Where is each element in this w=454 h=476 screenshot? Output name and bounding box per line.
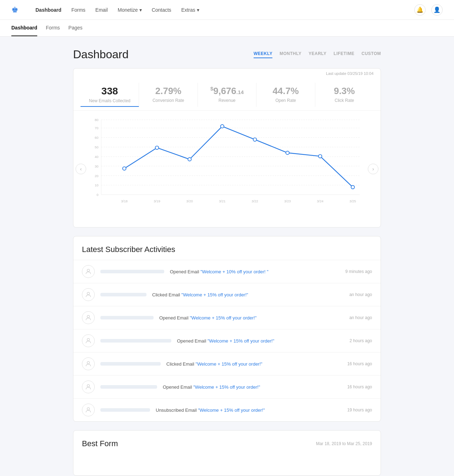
activity-desc: Clicked Email "Welcome + 15% off your or… [166, 361, 342, 367]
activity-time: 16 hours ago [347, 384, 372, 389]
stats-chart-card: Last update 03/25/19 10:04 338 New Email… [73, 68, 381, 228]
activity-time: 16 hours ago [347, 361, 372, 366]
svg-text:3/20: 3/20 [186, 199, 193, 203]
svg-text:3/25: 3/25 [349, 199, 356, 203]
period-lifetime[interactable]: LIFETIME [334, 51, 355, 58]
stat-revenue[interactable]: $9,676.14 Revenue [198, 83, 256, 107]
period-weekly[interactable]: WEEKLY [254, 51, 272, 58]
chart-point [286, 151, 289, 155]
nav-contacts[interactable]: Contacts [152, 7, 171, 13]
email-link[interactable]: "Welcome + 10% off your order! " [200, 269, 268, 274]
email-link[interactable]: "Welcome + 15% off your order!" [207, 338, 274, 344]
stat-revenue-label: Revenue [204, 98, 250, 103]
chart-area: ‹ › 0 10 20 30 40 50 [73, 111, 381, 227]
stat-click-rate-value: 9.3% [321, 86, 368, 97]
activity-time: 2 hours ago [350, 338, 372, 343]
user-avatar[interactable]: 👤 [431, 4, 443, 16]
period-custom[interactable]: CUSTOM [361, 51, 381, 58]
svg-text:3/18: 3/18 [121, 199, 128, 203]
best-form-dates: Mar 18, 2019 to Mar 25, 2019 [316, 441, 372, 446]
svg-point-31 [87, 362, 90, 364]
stat-open-rate-value: 44.7% [262, 86, 309, 97]
stat-conversion-value: 2.79% [145, 86, 192, 97]
activity-desc: Unsubscribed Email "Welcome + 15% off yo… [156, 407, 342, 413]
activity-desc: Opened Email "Welcome + 10% off your ord… [170, 269, 340, 274]
activity-row: Opened Email "Welcome + 15% off your ord… [73, 329, 381, 352]
stats-row: 338 New Emails Collected 2.79% Conversio… [73, 76, 381, 111]
subscriber-name-blur [100, 362, 161, 366]
svg-text:50: 50 [95, 145, 99, 149]
activity-row: Clicked Email "Welcome + 15% off your or… [73, 352, 381, 375]
svg-text:3/23: 3/23 [284, 199, 291, 203]
subscriber-name-blur [100, 270, 164, 273]
email-link[interactable]: "Welcome + 15% off your order!" [190, 315, 256, 321]
svg-text:30: 30 [95, 164, 99, 168]
subscriber-name-blur [100, 339, 171, 343]
stat-emails[interactable]: 338 New Emails Collected [81, 83, 139, 107]
svg-text:3/22: 3/22 [251, 199, 258, 203]
tab-forms[interactable]: Forms [46, 20, 60, 36]
stat-click-rate-label: Click Rate [321, 98, 368, 103]
avatar [82, 311, 95, 324]
period-monthly[interactable]: MONTHLY [279, 51, 301, 58]
chart-point [351, 186, 355, 189]
email-link[interactable]: "Welcome + 15% off your order!" [198, 407, 265, 413]
line-chart: 0 10 20 30 40 50 60 70 80 3/18 3/19 3/20… [88, 116, 366, 212]
chart-point [319, 154, 322, 158]
period-yearly[interactable]: YEARLY [309, 51, 327, 58]
email-link[interactable]: "Welcome + 15% off your order!" [195, 361, 262, 367]
notification-icon[interactable]: 🔔 [414, 4, 426, 16]
nav-email[interactable]: Email [95, 7, 108, 13]
svg-text:3/19: 3/19 [154, 199, 160, 203]
email-link[interactable]: "Welcome + 15% off your order!" [181, 292, 248, 297]
activity-row: Opened Email "Welcome + 15% off your ord… [73, 306, 381, 329]
svg-point-28 [87, 292, 90, 295]
tab-pages[interactable]: Pages [68, 20, 83, 36]
nav-dashboard[interactable]: Dashboard [35, 7, 61, 13]
top-navigation: ♚ Dashboard Forms Email Monetize ▾ Conta… [0, 0, 454, 20]
cents: .14 [236, 89, 244, 95]
avatar [82, 334, 95, 347]
activity-row: Opened Email "Welcome + 10% off your ord… [73, 260, 381, 283]
email-link[interactable]: "Welcome + 15% off your order!" [193, 384, 260, 390]
tab-dashboard[interactable]: Dashboard [11, 20, 37, 36]
sub-tabs: Dashboard Forms Pages [0, 20, 454, 37]
svg-text:3/24: 3/24 [317, 199, 323, 203]
svg-point-33 [87, 408, 90, 410]
chart-point [253, 138, 257, 141]
chevron-down-icon: ▾ [197, 7, 199, 13]
svg-text:70: 70 [95, 126, 99, 130]
activity-row: Clicked Email "Welcome + 15% off your or… [73, 283, 381, 306]
period-tabs: WEEKLY MONTHLY YEARLY LIFETIME CUSTOM [254, 51, 381, 58]
subscriber-name-blur [100, 316, 154, 319]
stat-open-rate[interactable]: 44.7% Open Rate [256, 83, 315, 107]
subscriber-name-blur [100, 293, 146, 296]
chart-prev-button[interactable]: ‹ [76, 164, 86, 174]
logo-icon[interactable]: ♚ [11, 5, 18, 15]
svg-text:60: 60 [95, 136, 99, 139]
activity-time: an hour ago [349, 292, 372, 297]
chart-next-button[interactable]: › [368, 164, 378, 174]
best-form-card: Best Form Mar 18, 2019 to Mar 25, 2019 [73, 430, 381, 476]
activity-desc: Opened Email "Welcome + 15% off your ord… [177, 338, 344, 344]
activity-row: Unsubscribed Email "Welcome + 15% off yo… [73, 398, 381, 421]
chart-point [221, 125, 224, 128]
stat-click-rate[interactable]: 9.3% Click Rate [315, 83, 373, 107]
chart-point [188, 158, 192, 161]
svg-point-27 [87, 269, 90, 272]
nav-forms[interactable]: Forms [71, 7, 85, 13]
svg-text:3/21: 3/21 [219, 199, 226, 203]
activity-time: 9 minutes ago [345, 269, 372, 274]
svg-text:10: 10 [95, 183, 99, 187]
avatar [82, 265, 95, 278]
nav-monetize[interactable]: Monetize ▾ [118, 7, 142, 13]
activity-time: an hour ago [349, 315, 372, 320]
best-form-content-placeholder [73, 454, 381, 475]
avatar [82, 381, 95, 393]
svg-text:20: 20 [95, 174, 99, 178]
page-header: Dashboard WEEKLY MONTHLY YEARLY LIFETIME… [73, 48, 381, 61]
activity-desc: Opened Email "Welcome + 15% off your ord… [159, 315, 344, 321]
nav-extras[interactable]: Extras ▾ [181, 7, 199, 13]
activities-card: Latest Subscriber Activities Opened Emai… [73, 236, 381, 422]
stat-conversion[interactable]: 2.79% Conversion Rate [139, 83, 198, 107]
